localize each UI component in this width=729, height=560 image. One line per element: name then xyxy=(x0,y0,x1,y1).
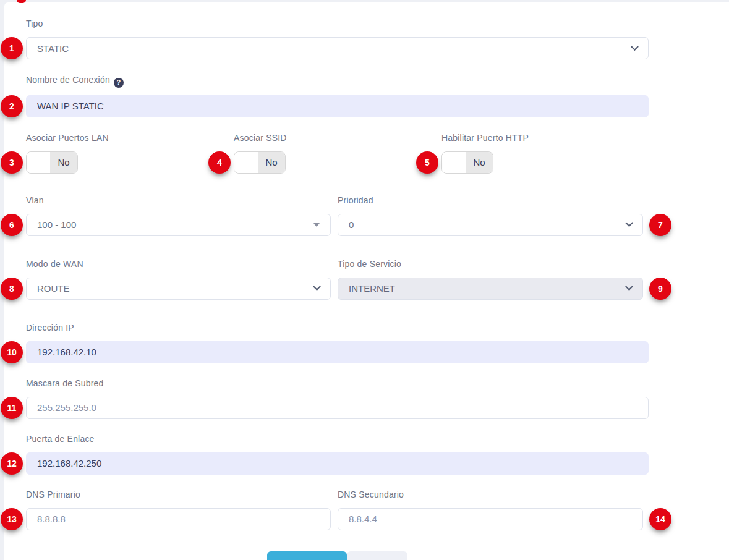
nombre-label-text: Nombre de Conexión xyxy=(26,75,110,85)
field-group-prioridad: Prioridad 7 0 xyxy=(338,195,643,236)
chevron-down-icon xyxy=(625,219,633,227)
field-group-puerta-enlace: Puerta de Enlace 12 xyxy=(26,433,649,475)
annotation-badge-1: 1 xyxy=(1,37,23,59)
field-group-mascara: Mascara de Subred 11 xyxy=(26,378,649,419)
habilitar-http-label: Habilitar Puerto HTTP xyxy=(441,132,649,144)
habilitar-http-toggle[interactable]: No xyxy=(441,151,493,174)
direccion-ip-input[interactable] xyxy=(26,341,649,363)
toggle-state-label: No xyxy=(258,152,285,173)
annotation-badge-9: 9 xyxy=(649,278,671,300)
chevron-down-icon xyxy=(313,282,321,291)
chevron-down-icon xyxy=(625,282,633,291)
asociar-lan-toggle[interactable]: No xyxy=(26,151,78,174)
field-group-direccion-ip: Dirección IP 10 xyxy=(26,322,649,363)
dns-primario-input[interactable] xyxy=(26,508,331,530)
toggle-handle xyxy=(27,152,50,173)
annotation-badge-14: 14 xyxy=(649,508,671,530)
field-group-modo-wan: Modo de WAN 8 ROUTE xyxy=(26,258,331,300)
annotation-badge-13: 13 xyxy=(1,508,23,530)
modo-servicio-row: Modo de WAN 8 ROUTE Tipo de Servicio 9 I… xyxy=(26,258,649,300)
modo-wan-select[interactable]: ROUTE xyxy=(26,278,331,300)
annotation-badge-2: 2 xyxy=(1,95,23,117)
dns-primario-label: DNS Primario xyxy=(26,489,331,501)
toggle-state-label: No xyxy=(50,152,77,173)
prioridad-label: Prioridad xyxy=(338,195,643,206)
field-group-dns-secundario: DNS Secundario 14 xyxy=(338,489,643,530)
vlan-label: Vlan xyxy=(26,195,331,206)
asociar-ssid-label: Asociar SSID xyxy=(234,132,441,144)
annotation-badge-5: 5 xyxy=(416,151,438,174)
annotation-badge-7: 7 xyxy=(649,214,671,236)
tipo-select[interactable]: STATIC xyxy=(26,37,649,59)
field-group-vlan: Vlan 6 100 - 100 xyxy=(26,195,331,236)
annotation-badge-3: 3 xyxy=(1,151,23,174)
tipo-servicio-label: Tipo de Servicio xyxy=(338,258,643,270)
dns-secundario-label: DNS Secundario xyxy=(338,489,643,501)
annotation-badge-6: 6 xyxy=(1,214,23,236)
vlan-prioridad-row: Vlan 6 100 - 100 Prioridad 7 0 xyxy=(26,195,649,236)
toggle-handle xyxy=(234,152,258,173)
tipo-label: Tipo xyxy=(26,18,649,30)
field-group-tipo-servicio: Tipo de Servicio 9 INTERNET xyxy=(338,258,643,300)
dns-secundario-input[interactable] xyxy=(338,508,643,530)
vlan-select[interactable]: 100 - 100 xyxy=(26,214,331,236)
annotation-badge-8: 8 xyxy=(1,278,23,300)
nombre-conexion-input[interactable] xyxy=(26,95,649,117)
tipo-servicio-select: INTERNET xyxy=(338,278,643,300)
form-actions: Crear Wan IP Cancelar xyxy=(26,551,649,560)
wan-form-card: Tipo 1 STATIC Nombre de Conexión? 2 Asoc… xyxy=(4,2,729,560)
annotation-badge-11: 11 xyxy=(1,397,23,419)
puerta-enlace-input[interactable] xyxy=(26,452,649,475)
annotation-badge-10: 10 xyxy=(1,341,23,363)
caret-down-icon xyxy=(313,223,320,227)
cancelar-button[interactable]: Cancelar xyxy=(347,551,407,560)
field-group-nombre: Nombre de Conexión? 2 xyxy=(26,74,649,117)
toggle-group-ssid: Asociar SSID 4 No xyxy=(234,132,441,174)
direccion-ip-label: Dirección IP xyxy=(26,322,649,334)
tipo-select-value: STATIC xyxy=(37,43,632,54)
dns-row: DNS Primario 13 DNS Secundario 14 xyxy=(26,489,649,530)
mascara-label: Mascara de Subred xyxy=(26,378,649,389)
asociar-lan-label: Asociar Puertos LAN xyxy=(26,132,234,144)
toggle-group-http: Habilitar Puerto HTTP 5 No xyxy=(441,132,649,174)
toggles-row: Asociar Puertos LAN 3 No Asociar SSID 4 … xyxy=(26,132,649,174)
prioridad-select[interactable]: 0 xyxy=(338,214,643,236)
field-group-dns-primario: DNS Primario 13 xyxy=(26,489,331,530)
chevron-down-icon xyxy=(631,43,639,51)
toggle-group-lan: Asociar Puertos LAN 3 No xyxy=(26,132,234,174)
prioridad-select-value: 0 xyxy=(349,219,626,230)
modo-wan-select-value: ROUTE xyxy=(37,283,314,294)
asociar-ssid-toggle[interactable]: No xyxy=(234,151,286,174)
annotation-badge-4: 4 xyxy=(208,151,231,174)
field-group-tipo: Tipo 1 STATIC xyxy=(26,18,649,59)
toggle-handle xyxy=(442,152,466,173)
crear-wan-ip-button[interactable]: Crear Wan IP xyxy=(267,551,346,560)
vlan-select-value: 100 - 100 xyxy=(37,219,313,230)
toggle-state-label: No xyxy=(466,152,493,173)
modo-wan-label: Modo de WAN xyxy=(26,258,331,270)
mascara-subred-input[interactable] xyxy=(26,397,649,419)
tipo-servicio-select-value: INTERNET xyxy=(349,283,626,294)
nombre-label: Nombre de Conexión? xyxy=(26,74,649,88)
puerta-enlace-label: Puerta de Enlace xyxy=(26,433,649,445)
help-circle-icon[interactable]: ? xyxy=(114,78,124,88)
annotation-badge-12: 12 xyxy=(1,452,23,475)
